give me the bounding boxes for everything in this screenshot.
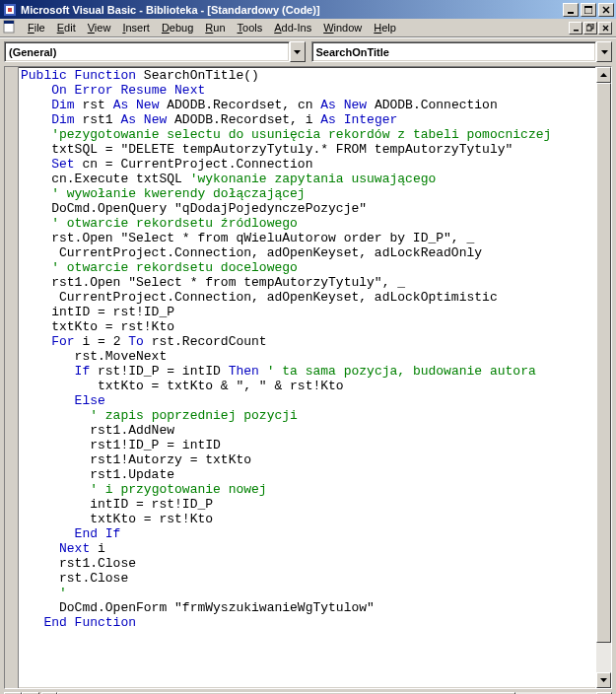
procedure-dropdown-value: SearchOnTitle: [316, 46, 389, 58]
close-button[interactable]: [598, 3, 614, 17]
svg-marker-18: [600, 678, 607, 682]
maximize-button[interactable]: [581, 3, 596, 17]
window-title: Microsoft Visual Basic - Biblioteka - [S…: [21, 4, 563, 16]
menu-run[interactable]: Run: [199, 20, 231, 35]
menu-insert[interactable]: Insert: [116, 20, 156, 35]
scroll-up-button[interactable]: [596, 67, 611, 83]
menu-help[interactable]: Help: [368, 20, 402, 35]
svg-marker-16: [601, 50, 608, 54]
menu-tools[interactable]: Tools: [232, 20, 269, 35]
mdi-document-icon[interactable]: [2, 20, 18, 35]
code-navigator: (General) SearchOnTitle: [0, 37, 616, 65]
svg-rect-3: [568, 12, 574, 14]
app-icon: [2, 2, 18, 18]
menu-file[interactable]: File: [22, 20, 51, 35]
menu-edit[interactable]: Edit: [51, 20, 82, 35]
code-editor: Public Function SearchOnTitle() On Error…: [4, 66, 612, 689]
menu-window[interactable]: Window: [317, 20, 368, 35]
procedure-dropdown[interactable]: SearchOnTitle: [311, 41, 597, 62]
minimize-button[interactable]: [563, 3, 579, 17]
object-dropdown[interactable]: (General): [4, 41, 290, 62]
menubar: File Edit View Insert Debug Run Tools Ad…: [0, 19, 616, 37]
svg-rect-5: [584, 6, 592, 8]
menu-addins[interactable]: Add-Ins: [268, 20, 317, 35]
svg-rect-9: [4, 21, 14, 24]
scroll-track-v[interactable]: [596, 83, 611, 672]
scroll-down-button[interactable]: [596, 672, 611, 688]
svg-rect-2: [8, 8, 12, 12]
mdi-restore-button[interactable]: [583, 22, 597, 35]
mdi-close-button[interactable]: [598, 22, 612, 35]
menu-debug[interactable]: Debug: [156, 20, 199, 35]
scroll-thumb-v[interactable]: [596, 83, 611, 643]
code-text[interactable]: Public Function SearchOnTitle() On Error…: [19, 67, 595, 688]
svg-rect-10: [574, 30, 579, 32]
procedure-dropdown-button[interactable]: [596, 41, 612, 62]
margin-indicator-bar[interactable]: [5, 67, 19, 688]
object-dropdown-value: (General): [9, 46, 56, 58]
titlebar: Microsoft Visual Basic - Biblioteka - [S…: [0, 0, 616, 19]
menu-view[interactable]: View: [82, 20, 117, 35]
vertical-scrollbar[interactable]: [595, 67, 611, 688]
svg-marker-15: [294, 50, 301, 54]
svg-marker-17: [600, 73, 607, 77]
mdi-minimize-button[interactable]: [569, 22, 582, 35]
object-dropdown-button[interactable]: [290, 41, 306, 62]
svg-rect-12: [586, 26, 591, 31]
